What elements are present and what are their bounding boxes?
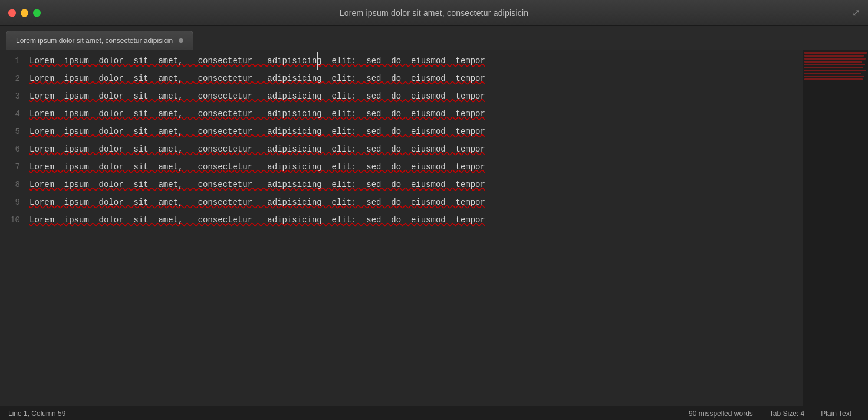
editor-line-row: 7Lorem ipsum dolor sit amet, consectetur… (0, 158, 803, 176)
editor-line-row: 2Lorem ipsum dolor sit amet, consectetur… (0, 70, 803, 87)
line-number: 8 (0, 176, 29, 193)
minimap (803, 50, 868, 406)
line-text: Lorem ipsum dolor sit amet, consectetur … (29, 211, 485, 229)
editor-line-row: 5Lorem ipsum dolor sit amet, consectetur… (0, 123, 803, 140)
minimap-line (804, 76, 864, 77)
minimap-line (804, 61, 862, 63)
minimap-content (804, 52, 867, 80)
tab-size[interactable]: Tab Size: 4 (761, 409, 813, 418)
line-number: 2 (0, 70, 29, 87)
minimap-line (804, 64, 865, 65)
line-text: Lorem ipsum dolor sit amet, consectetur … (29, 193, 485, 211)
tab-item[interactable]: Lorem ipsum dolor sit amet, consectetur … (6, 31, 193, 50)
line-text: Lorem ipsum dolor sit amet, consectetur … (29, 140, 485, 158)
window-title: Lorem ipsum dolor sit amet, consectetur … (340, 8, 528, 18)
line-text: Lorem ipsum dolor sit amet, consectetur … (29, 105, 485, 123)
minimap-line (804, 67, 863, 68)
minimize-button[interactable] (21, 9, 28, 17)
editor-line-row: 4Lorem ipsum dolor sit amet, consectetur… (0, 105, 803, 123)
line-number: 7 (0, 158, 29, 176)
editor-line-row: 6Lorem ipsum dolor sit amet, consectetur… (0, 140, 803, 158)
minimap-line (804, 73, 861, 74)
editor-line-row: 10Lorem ipsum dolor sit amet, consectetu… (0, 211, 803, 229)
line-number: 10 (0, 211, 29, 229)
line-number: 3 (0, 87, 29, 105)
line-number: 9 (0, 193, 29, 211)
minimap-line (804, 70, 866, 71)
minimap-line (804, 55, 864, 57)
line-text: Lorem ipsum dolor sit amet, consectetur … (29, 176, 485, 193)
line-number: 6 (0, 140, 29, 158)
minimap-line (804, 58, 866, 60)
tab-label: Lorem ipsum dolor sit amet, consectetur … (16, 37, 173, 45)
editor-line-row: 3Lorem ipsum dolor sit amet, consectetur… (0, 87, 803, 105)
line-number: 1 (0, 52, 29, 70)
line-text: Lorem ipsum dolor sit amet, consectetur … (29, 52, 485, 70)
maximize-button[interactable] (33, 9, 41, 17)
close-button[interactable] (8, 9, 16, 17)
lines-container: 1Lorem ipsum dolor sit amet, consectetur… (0, 50, 803, 231)
line-text: Lorem ipsum dolor sit amet, consectetur … (29, 158, 485, 176)
editor-line-row: 9Lorem ipsum dolor sit amet, consectetur… (0, 193, 803, 211)
expand-icon[interactable]: ⤢ (852, 7, 860, 19)
tab-bar: Lorem ipsum dolor sit amet, consectetur … (0, 26, 868, 50)
line-number: 5 (0, 123, 29, 140)
misspelled-count[interactable]: 90 misspelled words (680, 409, 761, 418)
editor-area[interactable]: 1Lorem ipsum dolor sit amet, consectetur… (0, 50, 868, 406)
minimap-line (804, 78, 863, 80)
line-text: Lorem ipsum dolor sit amet, consectetur … (29, 123, 485, 140)
cursor-position[interactable]: Line 1, Column 59 (8, 409, 70, 418)
status-bar: Line 1, Column 59 90 misspelled words Ta… (0, 406, 868, 420)
language-mode[interactable]: Plain Text (813, 409, 860, 418)
line-text: Lorem ipsum dolor sit amet, consectetur … (29, 87, 485, 105)
line-text: Lorem ipsum dolor sit amet, consectetur … (29, 70, 485, 87)
editor-content[interactable]: 1Lorem ipsum dolor sit amet, consectetur… (0, 50, 803, 406)
editor-line-row: 1Lorem ipsum dolor sit amet, consectetur… (0, 52, 803, 70)
minimap-line (804, 52, 867, 54)
editor-line-row: 8Lorem ipsum dolor sit amet, consectetur… (0, 176, 803, 193)
tab-dot (179, 38, 183, 43)
title-bar: Lorem ipsum dolor sit amet, consectetur … (0, 0, 868, 26)
window-controls (8, 9, 41, 17)
line-number: 4 (0, 105, 29, 123)
